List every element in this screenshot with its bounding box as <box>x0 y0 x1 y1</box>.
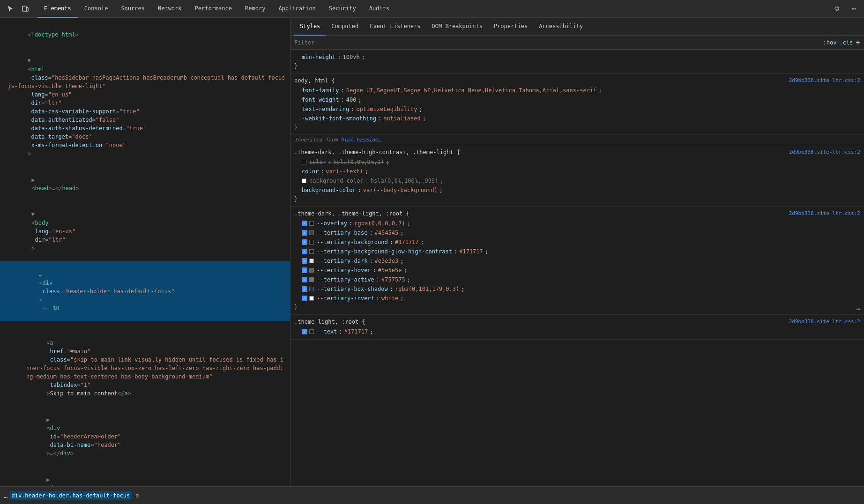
color-swatch-tertiary-shadow[interactable] <box>309 287 314 291</box>
device-icon[interactable] <box>19 2 32 15</box>
color-swatch-tertiary-bg-glow[interactable] <box>309 249 314 254</box>
hov-button[interactable]: :hov <box>823 39 837 46</box>
tab-application[interactable]: Application <box>272 0 322 18</box>
tab-accessibility[interactable]: Accessibility <box>533 18 588 36</box>
color-swatch-tertiary-bg[interactable] <box>309 240 314 245</box>
css-rule-header: body, html { 2d9bb338.site-ltr.css:2 <box>294 76 860 85</box>
color-swatch-2[interactable] <box>302 178 306 183</box>
css-font-family-line: font-family : Segoe UI,SegoeUI,Segoe WP,… <box>294 86 860 95</box>
head-line[interactable]: ▶ <head>…</head> <box>0 167 290 201</box>
css-text-line: ✓ --text : #171717 ; <box>294 327 860 336</box>
property-checkbox[interactable]: ✓ <box>302 267 307 273</box>
css-webkit-font-smoothing-line: -webkit-font-smoothing : antialiased ; <box>294 114 860 123</box>
css-rule-theme-dark-hc-light: .theme-dark, .theme-high-contrast, .them… <box>290 145 864 207</box>
tab-memory[interactable]: Memory <box>238 0 272 18</box>
expand-icon: ▶ <box>31 176 35 184</box>
breadcrumb-ellipsis-icon: … <box>4 492 7 499</box>
property-checkbox[interactable]: ✓ <box>302 286 307 292</box>
css-color-var-line: color : var(--text) ; <box>294 167 860 176</box>
styles-filter-bar: :hov .cls + <box>290 36 864 50</box>
property-checkbox[interactable]: ✓ <box>302 277 307 282</box>
tab-sources[interactable]: Sources <box>114 0 151 18</box>
expand-icon: ▶ <box>25 59 34 62</box>
smiley-icon[interactable]: ☺ <box>830 2 843 15</box>
a-skip-line[interactable]: ▶ <a href="#main" class="skip-to-main-li… <box>0 321 290 407</box>
css-rule-header-3: .theme-dark, .theme-light, :root { 2d9bb… <box>294 209 860 218</box>
breadcrumb-item-a[interactable]: a <box>134 491 141 500</box>
css-tertiary-hover-line: ✓ --tertiary-hover : #5e5e5e ; <box>294 266 860 275</box>
property-checkbox[interactable]: ✓ <box>302 230 307 236</box>
css-bg-var-line: background-color : var(--body-background… <box>294 185 860 195</box>
tab-dom-breakpoints[interactable]: DOM Breakpoints <box>426 18 488 36</box>
expand-icon: ▶ <box>46 415 50 424</box>
svg-rect-1 <box>26 7 28 11</box>
color-swatch-text[interactable] <box>309 329 314 334</box>
property-checkbox[interactable]: ✓ <box>302 249 307 254</box>
property-checkbox[interactable]: ✓ <box>302 296 307 301</box>
doctype-line: <!doctype html> <box>0 22 290 48</box>
css-overlay-line: ✓ --overlay : rgba(0,0,0,0.7) ; <box>294 219 860 228</box>
property-checkbox[interactable]: ✓ <box>302 221 307 226</box>
devtools-icons <box>4 2 32 15</box>
expand-icon: ▶ <box>46 475 50 484</box>
property-checkbox[interactable]: ✓ <box>302 258 307 264</box>
tab-audits[interactable]: Audits <box>363 0 396 18</box>
inherited-label: Inherited from html.hasSide… <box>290 135 864 145</box>
html-open-line[interactable]: ▶ <html class="hasSidebar hasPageActions… <box>0 48 290 167</box>
div-header-holder-line[interactable]: … <div class="header-holder has-default-… <box>0 261 290 321</box>
tab-security[interactable]: Security <box>322 0 363 18</box>
css-min-height-line: min-height : 100vh ; <box>294 52 860 62</box>
tab-styles[interactable]: Styles <box>294 18 326 36</box>
css-file-link-4[interactable]: 2d9bb338.site-ltr.css:2 <box>789 318 860 326</box>
tab-elements[interactable]: Elements <box>37 0 78 18</box>
color-swatch-tertiary-dark[interactable] <box>309 259 314 263</box>
styles-content: min-height : 100vh ; } body, html { 2d9b… <box>290 50 864 486</box>
cursor-icon[interactable] <box>4 2 17 15</box>
breadcrumb-item-div[interactable]: div.header-holder.has-default-focus <box>9 491 132 500</box>
color-swatch-tertiary-hover[interactable] <box>309 268 314 273</box>
css-rule-body-html: body, html { 2d9bb338.site-ltr.css:2 fon… <box>290 74 864 135</box>
property-checkbox[interactable]: ✓ <box>302 239 307 245</box>
css-file-link[interactable]: 2d9bb338.site-ltr.css:2 <box>789 76 860 85</box>
main-layout: <!doctype html> ▶ <html class="hasSideba… <box>0 18 864 486</box>
css-rule-header-2: .theme-dark, .theme-high-contrast, .them… <box>294 148 860 156</box>
div-header-area-line[interactable]: ▶ <div id="headerAreaHolder" data-bi-nam… <box>0 407 290 467</box>
more-options-icon[interactable]: ⋯ <box>847 2 860 15</box>
css-file-link-2[interactable]: 2d9bb338.site-ltr.css:2 <box>789 148 860 156</box>
tab-console[interactable]: Console <box>78 0 115 18</box>
css-tertiary-bg-line: ✓ --tertiary-background : #171717 ; <box>294 237 860 247</box>
body-open-line[interactable]: ▶ <body lang="en-us" dir="ltr" > <box>0 201 290 261</box>
css-text-rendering-line: text-rendering : optimizeLegibility ; <box>294 104 860 114</box>
css-rule-header-4: .theme-light, :root { 2d9bb338.site-ltr.… <box>294 318 860 326</box>
styles-panel: Styles Computed Event Listeners DOM Brea… <box>290 18 864 486</box>
css-bg-hsla-line: background-color : hsla(0,0%,100%,.999) … <box>294 176 860 185</box>
css-tertiary-bg-glow-line: ✓ --tertiary-background-glow-high-contra… <box>294 247 860 256</box>
top-tab-bar: Elements Console Sources Network Perform… <box>0 0 864 18</box>
breadcrumb-bar: … div.header-holder.has-default-focus a <box>0 486 864 504</box>
tab-computed[interactable]: Computed <box>326 18 364 36</box>
css-tertiary-base-line: ✓ --tertiary-base : #454545 ; <box>294 228 860 237</box>
property-checkbox[interactable]: ✓ <box>302 329 307 334</box>
css-file-link-3[interactable]: 2d9bb338.site-ltr.css:2 <box>789 209 860 218</box>
cls-button[interactable]: .cls <box>839 39 853 46</box>
color-swatch-tertiary-base[interactable] <box>309 230 314 235</box>
tab-performance[interactable]: Performance <box>188 0 238 18</box>
color-swatch-tertiary-active[interactable] <box>309 277 314 282</box>
top-tab-actions: ☺ ⋯ <box>830 2 860 15</box>
color-swatch-overlay[interactable] <box>309 221 314 226</box>
css-rule-theme-light-root: .theme-light, :root { 2d9bb338.site-ltr.… <box>290 315 864 340</box>
secondary-tab-bar: Styles Computed Event Listeners DOM Brea… <box>290 18 864 36</box>
color-swatch[interactable] <box>302 160 306 164</box>
css-rule-theme-dark-light-root: .theme-dark, .theme-light, :root { 2d9bb… <box>290 207 864 315</box>
svg-rect-0 <box>22 6 26 11</box>
tab-properties[interactable]: Properties <box>488 18 533 36</box>
tab-event-listeners[interactable]: Event Listeners <box>364 18 426 36</box>
filter-input[interactable] <box>294 39 823 46</box>
tab-network[interactable]: Network <box>151 0 188 18</box>
elements-panel: <!doctype html> ▶ <html class="hasSideba… <box>0 18 290 486</box>
add-style-button[interactable]: + <box>856 38 860 47</box>
more-dots-icon[interactable]: … <box>857 303 860 311</box>
div-content-header-line[interactable]: ▶ <div class="content-header uhf-contain… <box>0 467 290 486</box>
color-swatch-tertiary-invert[interactable] <box>309 296 314 301</box>
css-tertiary-invert-line: ✓ --tertiary-invert : white ; <box>294 294 860 303</box>
